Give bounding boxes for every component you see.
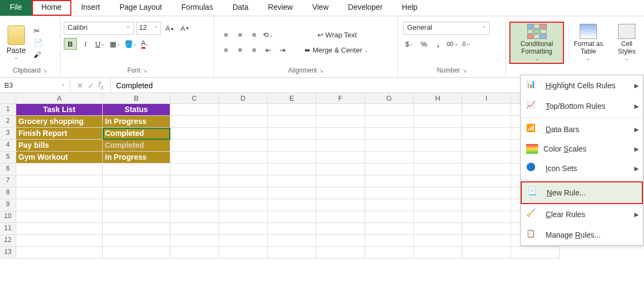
cell[interactable] [365,116,414,128]
increase-font-button[interactable]: A▲ [163,22,176,34]
cell-B1[interactable]: Status [103,104,170,116]
cell[interactable] [365,187,414,199]
tab-page-layout[interactable]: Page Layout [110,0,172,16]
bold-button[interactable]: B [64,38,77,50]
cell[interactable] [414,104,462,116]
format-painter-icon[interactable]: 🖌 [34,50,43,59]
cell[interactable] [268,140,316,152]
tab-data[interactable]: Data [223,0,258,16]
tab-home[interactable]: Home [32,0,71,16]
cell[interactable] [414,140,462,152]
row-header[interactable]: 7 [0,175,16,187]
row-header[interactable]: 8 [0,187,16,199]
row-header[interactable]: 13 [0,247,16,259]
col-header-I[interactable]: I [462,93,511,104]
font-size-select[interactable]: 12 ⌄ [136,22,161,35]
cell[interactable] [462,187,511,199]
italic-button[interactable]: I [79,38,92,50]
paste-button[interactable]: Paste ⌄ [3,23,29,62]
cancel-formula-icon[interactable]: ✕ [77,81,83,90]
cell[interactable] [414,163,462,175]
cell-styles-button[interactable]: Cell Styles⌄ [613,22,641,64]
cell[interactable] [462,235,511,247]
cell-B2[interactable]: In Progress [103,116,170,128]
cell[interactable] [316,116,365,128]
cell[interactable] [268,152,316,163]
clipboard-launcher-icon[interactable]: ↘ [43,68,47,74]
cell[interactable] [462,104,511,116]
cell[interactable] [170,104,219,116]
cell[interactable] [103,187,170,199]
cf-topbottom-rules[interactable]: 📈 Top/Bottom Rules ▶ [521,96,643,116]
cell[interactable] [268,223,316,235]
cell[interactable] [316,247,365,259]
cell[interactable] [103,175,170,187]
cell[interactable] [268,175,316,187]
cell[interactable] [462,128,511,140]
row-header[interactable]: 2 [0,116,16,128]
row-header[interactable]: 6 [0,163,16,175]
cell[interactable] [316,187,365,199]
cell[interactable] [511,247,560,259]
cell[interactable] [462,140,511,152]
select-all-corner[interactable] [0,93,16,104]
cell[interactable] [16,175,103,187]
cell[interactable] [170,199,219,211]
cell[interactable] [462,199,511,211]
cell-B3[interactable]: Completed [103,128,170,140]
align-bottom-button[interactable]: ≡ [248,29,261,41]
cell[interactable] [462,116,511,128]
align-right-button[interactable]: ≡ [248,44,261,56]
cell[interactable] [316,104,365,116]
cell[interactable] [170,175,219,187]
cell[interactable] [16,235,103,247]
font-color-button[interactable]: A⌄ [140,38,152,50]
align-top-button[interactable]: ≡ [220,29,233,41]
cell[interactable] [316,140,365,152]
cell[interactable] [462,163,511,175]
cell[interactable] [219,152,268,163]
cell[interactable] [414,152,462,163]
cf-color-scales[interactable]: Color Scales ▶ [521,140,643,158]
cell[interactable] [414,128,462,140]
cell[interactable] [414,116,462,128]
cell[interactable] [365,211,414,223]
cell[interactable] [316,235,365,247]
cell[interactable] [170,128,219,140]
decrease-font-button[interactable]: A▼ [178,22,191,34]
cell[interactable] [316,211,365,223]
cell[interactable] [170,163,219,175]
cf-new-rule[interactable]: 📃 New Rule... [521,181,643,204]
cell[interactable] [316,175,365,187]
cell[interactable] [462,223,511,235]
conditional-formatting-button[interactable]: Conditional Formatting⌄ [509,22,564,64]
cell[interactable] [268,128,316,140]
cell[interactable] [219,163,268,175]
number-format-select[interactable]: General⌄ [403,22,490,35]
cell[interactable] [365,175,414,187]
cell[interactable] [103,163,170,175]
tab-view[interactable]: View [302,0,338,16]
cell[interactable] [414,235,462,247]
accounting-format-button[interactable]: $⌄ [403,38,416,50]
cell[interactable] [316,163,365,175]
align-middle-button[interactable]: ≡ [234,29,247,41]
decrease-indent-button[interactable]: ⇤ [262,44,275,56]
cell[interactable] [268,211,316,223]
tab-review[interactable]: Review [258,0,303,16]
cell[interactable] [268,163,316,175]
cf-data-bars[interactable]: 📶 Data Bars ▶ [521,119,643,140]
cf-clear-rules[interactable]: 🧹 Clear Rules ▶ [521,204,643,225]
cell[interactable] [103,235,170,247]
cell[interactable] [462,211,511,223]
cell[interactable] [365,247,414,259]
copy-icon[interactable]: 📄 [34,38,43,47]
cell[interactable] [219,116,268,128]
row-header[interactable]: 1 [0,104,16,116]
cell[interactable] [16,187,103,199]
cell[interactable] [414,175,462,187]
cell[interactable] [462,247,511,259]
fill-color-button[interactable]: 🪣⌄ [124,38,137,50]
cell[interactable] [103,247,170,259]
cell[interactable] [365,128,414,140]
